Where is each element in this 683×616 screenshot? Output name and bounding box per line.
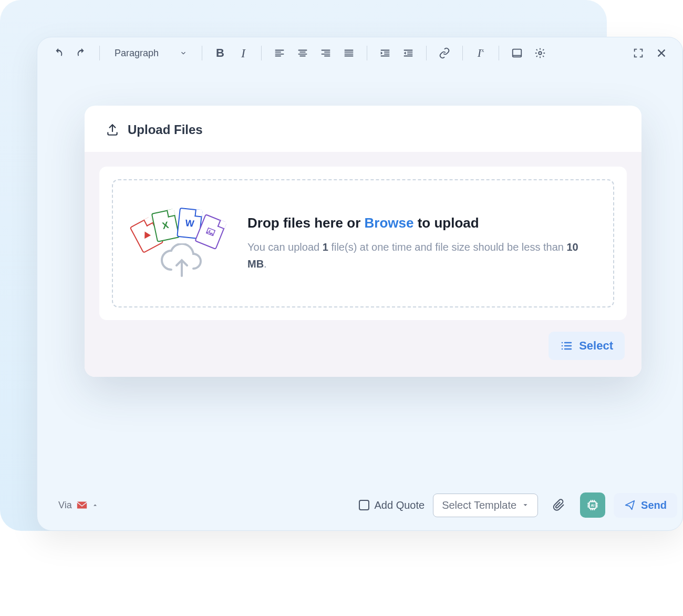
outdent-button[interactable] [398, 43, 419, 64]
format-select[interactable]: Paragraph [107, 43, 194, 64]
upload-card: X W Drop files here or Browse to upload [99, 167, 627, 320]
align-justify-button[interactable] [338, 43, 359, 64]
toolbar-separator [99, 46, 100, 60]
add-quote-button[interactable]: Add Quote [359, 499, 425, 511]
modal-title: Upload Files [128, 122, 203, 137]
svg-rect-3 [206, 228, 215, 236]
ai-assist-button[interactable]: AI [580, 492, 605, 518]
send-button[interactable]: Send [614, 493, 677, 518]
toolbar-separator [462, 46, 463, 60]
link-icon [439, 47, 450, 59]
email-icon [76, 499, 88, 511]
select-button-label: Select [579, 339, 613, 353]
settings-button[interactable] [530, 43, 551, 64]
ai-chip-icon: AI [586, 498, 599, 512]
editor-window: Paragraph B I Ix [37, 37, 683, 531]
paperclip-icon [553, 499, 565, 511]
gear-icon [534, 47, 546, 59]
caret-down-icon [522, 501, 529, 509]
close-icon [656, 47, 667, 59]
indent-button[interactable] [375, 43, 396, 64]
undo-button[interactable] [48, 43, 69, 64]
format-select-label: Paragraph [115, 48, 159, 59]
align-center-button[interactable] [292, 43, 313, 64]
indent-icon [379, 47, 391, 59]
link-button[interactable] [434, 43, 455, 64]
fullscreen-button[interactable] [628, 43, 649, 64]
modal-header: Upload Files [85, 122, 641, 152]
checkbox-icon [359, 500, 369, 510]
compose-bottom-bar: Via Add Quote Select Template AI Send [53, 492, 682, 518]
svg-point-2 [539, 52, 542, 55]
undo-icon [53, 47, 64, 59]
outdent-icon [402, 47, 414, 59]
align-center-icon [297, 47, 308, 59]
card-button[interactable] [506, 43, 527, 64]
close-button[interactable] [651, 43, 672, 64]
toolbar-separator [426, 46, 427, 60]
toolbar-separator [367, 46, 367, 60]
align-left-button[interactable] [269, 43, 290, 64]
attach-button[interactable] [546, 492, 572, 518]
align-right-icon [320, 47, 332, 59]
send-button-label: Send [641, 499, 667, 511]
add-quote-label: Add Quote [375, 499, 425, 511]
browse-link[interactable]: Browse [365, 215, 414, 231]
dropzone-heading: Drop files here or Browse to upload [247, 215, 584, 231]
caret-up-icon [92, 502, 98, 508]
file-dropzone[interactable]: X W Drop files here or Browse to upload [112, 179, 614, 307]
list-icon [560, 340, 573, 352]
editor-toolbar: Paragraph B I Ix [37, 37, 682, 69]
template-select-label: Select Template [442, 499, 516, 511]
clear-format-button[interactable]: Ix [470, 43, 491, 64]
select-button[interactable]: Select [549, 332, 625, 360]
toolbar-separator [202, 46, 202, 60]
cloud-upload-icon [158, 243, 205, 280]
upload-files-modal: Upload Files X W [85, 106, 641, 377]
modal-body: X W Drop files here or Browse to upload [85, 152, 641, 377]
redo-icon [76, 47, 87, 59]
bold-button[interactable]: B [210, 43, 231, 64]
toolbar-separator [261, 46, 262, 60]
svg-text:AI: AI [591, 504, 595, 507]
dropzone-text: Drop files here or Browse to upload You … [247, 215, 584, 272]
upload-icon [106, 123, 119, 137]
dropzone-hint: You can upload 1 file(s) at one time and… [247, 239, 584, 272]
svg-point-4 [209, 230, 211, 231]
dropzone-graphic: X W [132, 207, 226, 280]
expand-icon [633, 47, 644, 59]
redo-button[interactable] [71, 43, 92, 64]
chevron-down-icon [180, 49, 187, 57]
template-select[interactable]: Select Template [433, 494, 538, 517]
align-left-icon [274, 47, 285, 59]
align-right-button[interactable] [315, 43, 336, 64]
card-icon [511, 47, 523, 59]
italic-button[interactable]: I [233, 43, 254, 64]
send-icon [624, 499, 636, 511]
via-channel-select[interactable]: Via [58, 499, 98, 511]
toolbar-separator [499, 46, 499, 60]
via-label: Via [58, 500, 72, 511]
align-justify-icon [343, 47, 355, 59]
